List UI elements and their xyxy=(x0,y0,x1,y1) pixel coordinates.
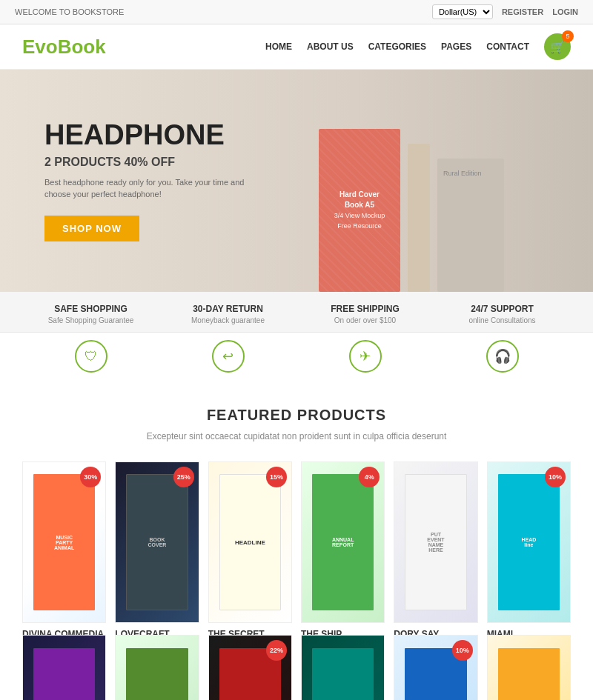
feature-safe-title: SAFE SHOPPING xyxy=(22,304,159,314)
feature-return-title: 30-DAY RETURN xyxy=(159,304,296,314)
thumb-divina: MUSICPARTYANIMAL xyxy=(33,474,95,610)
feature-shipping-desc: On oder over $100 xyxy=(296,316,434,324)
icon-return: ↩ xyxy=(212,340,245,373)
hero-title: HEADPHONE xyxy=(44,120,267,151)
main-nav: HOME ABOUT US CATEGORIES PAGES CONTACT 🛒… xyxy=(265,33,571,60)
icon-safe: 🛡 xyxy=(75,340,107,373)
thumb-rock: PUTEVENTNAMEHERE xyxy=(498,648,560,700)
feature-return-desc: Moneyback guarantee xyxy=(159,316,296,324)
nav-about[interactable]: ABOUT US xyxy=(307,41,354,52)
featured-desc: Excepteur sint occaecat cupidatat non pr… xyxy=(22,430,571,444)
logo-book: Book xyxy=(58,36,106,58)
product-secret-img: 15% HEADLINE xyxy=(208,461,292,623)
feature-icons-row: 🛡 ↩ ✈ 🎧 xyxy=(0,333,593,384)
badge-divina: 30% xyxy=(80,467,101,487)
feature-shipping: FREE SHIPPING On oder over $100 xyxy=(296,304,434,324)
product-rock-img: PUTEVENTNAMEHERE xyxy=(487,635,571,700)
products-row-1: 30% MUSICPARTYANIMAL DIVINA COMMEDIA Dan… xyxy=(22,461,571,623)
feature-safe: SAFE SHOPPING Safe Shopping Guarantee xyxy=(22,304,159,324)
login-link[interactable]: LOGIN xyxy=(552,7,578,16)
product-ship[interactable]: 4% ANNUALREPORT THE SHIP Berry Lice Comp… xyxy=(301,461,385,623)
shop-now-button[interactable]: SHOP NOW xyxy=(44,216,139,241)
featured-products-section: FEATURED PRODUCTS Excepteur sint occaeca… xyxy=(0,384,593,700)
nav-home[interactable]: HOME xyxy=(265,41,292,52)
book-back: Rural Edition xyxy=(437,159,504,292)
thumb-dory: PUTEVENTNAMEHERE xyxy=(405,474,466,610)
thumb-secret: HEADLINE xyxy=(219,474,282,610)
badge-ship: 4% xyxy=(359,467,380,487)
features-strip: SAFE SHOPPING Safe Shopping Guarantee 30… xyxy=(0,292,593,333)
hero-banner: HEADPHONE 2 PRODUCTS 40% OFF Best headph… xyxy=(0,70,593,292)
feature-support-title: 24/7 SUPPORT xyxy=(434,304,571,314)
product-lovecraft[interactable]: 25% BOOKCOVER LOVECRAFT H.P. Lovecraft B… xyxy=(115,461,199,623)
products-row-2: 2017 MY DAY Saan Doe Food $12.00 ANNUALR… xyxy=(22,635,571,700)
hero-desc: Best headphone ready only for you. Take … xyxy=(44,176,267,201)
product-miami1[interactable]: 10% HEADline MIAMI Jonh Doe Fiction $20.… xyxy=(487,461,571,623)
register-link[interactable]: REGISTER xyxy=(502,7,543,16)
cart-button[interactable]: 🛒 5 xyxy=(544,33,571,60)
badge-miami1: 10% xyxy=(545,467,566,487)
icon-shipping: ✈ xyxy=(349,340,382,373)
product-miami2-img: 22% ROCKFESTIVALBANDNAME xyxy=(208,635,292,700)
badge-miami2: 22% xyxy=(266,640,287,661)
nav-contact[interactable]: CONTACT xyxy=(486,41,529,52)
thumb-miami1: HEADline xyxy=(498,474,560,610)
product-dory-img: PUTEVENTNAMEHERE xyxy=(394,461,477,623)
product-tyson[interactable]: ANNUALREPORT TYSON Jonh Doe Art $16.80 xyxy=(115,635,199,700)
feature-safe-desc: Safe Shopping Guarantee xyxy=(22,316,159,324)
product-miami1-img: 10% HEADline xyxy=(487,461,571,623)
product-dory[interactable]: PUTEVENTNAMEHERE DORY SAY Berry Lice Cri… xyxy=(394,461,477,623)
product-lovecraft-img: 25% BOOKCOVER xyxy=(115,461,199,623)
product-myday-img: 2017 xyxy=(22,635,106,700)
product-secret[interactable]: 15% HEADLINE THE SECRET MaryLue Business… xyxy=(208,461,292,623)
hero-text: HEADPHONE 2 PRODUCTS 40% OFF Best headph… xyxy=(44,120,267,241)
product-rock[interactable]: PUTEVENTNAMEHERE ROCK Jonh Doe Romance $… xyxy=(487,635,571,700)
badge-secret: 15% xyxy=(266,467,287,487)
product-ship-img: 4% ANNUALREPORT xyxy=(301,461,385,623)
logo-evo: Evo xyxy=(22,36,58,58)
feature-support: 24/7 SUPPORT online Consultations xyxy=(434,304,571,324)
book-back-text: Rural Edition xyxy=(443,170,482,177)
thumb-ship: ANNUALREPORT xyxy=(312,474,374,610)
feature-support-desc: online Consultations xyxy=(434,316,571,324)
cart-badge: 5 xyxy=(562,30,574,42)
header: EvoBook HOME ABOUT US CATEGORIES PAGES C… xyxy=(0,24,593,70)
hero-subtitle: 2 PRODUCTS 40% OFF xyxy=(44,156,267,169)
thumb-mrsjohns: CHRISTMASPARTY xyxy=(312,648,374,700)
logo[interactable]: EvoBook xyxy=(22,36,106,59)
product-miami3[interactable]: 10% BOOK MIAMI Jonh Doe Religion $8.32 $… xyxy=(394,635,477,700)
top-bar: WELCOME TO BOOKSTORE Dollar(US) REGISTER… xyxy=(0,0,593,24)
book-spine xyxy=(408,144,430,292)
currency-select[interactable]: Dollar(US) xyxy=(432,4,493,19)
feature-return: 30-DAY RETURN Moneyback guarantee xyxy=(159,304,296,324)
hero-books: Hard CoverBook A53/4 View MockupFree Res… xyxy=(319,129,504,292)
welcome-text: WELCOME TO BOOKSTORE xyxy=(15,7,124,16)
product-miami2[interactable]: 22% ROCKFESTIVALBANDNAME MIAMI Jonh Doe … xyxy=(208,635,292,700)
product-mrsjohns[interactable]: CHRISTMASPARTY MRS JOHNS Jonh Doe Crime … xyxy=(301,635,385,700)
feature-shipping-title: FREE SHIPPING xyxy=(296,304,434,314)
badge-lovecraft: 25% xyxy=(173,467,194,487)
thumb-myday: 2017 xyxy=(33,648,95,700)
thumb-lovecraft: BOOKCOVER xyxy=(126,474,188,610)
product-tyson-img: ANNUALREPORT xyxy=(115,635,199,700)
icon-support: 🎧 xyxy=(486,340,519,373)
product-mrsjohns-img: CHRISTMASPARTY xyxy=(301,635,385,700)
badge-miami3: 10% xyxy=(452,640,473,661)
featured-title: FEATURED PRODUCTS xyxy=(22,407,571,424)
nav-pages[interactable]: PAGES xyxy=(441,41,471,52)
product-divina[interactable]: 30% MUSICPARTYANIMAL DIVINA COMMEDIA Dan… xyxy=(22,461,106,623)
thumb-tyson: ANNUALREPORT xyxy=(126,648,188,700)
nav-categories[interactable]: CATEGORIES xyxy=(368,41,426,52)
product-divina-img: 30% MUSICPARTYANIMAL xyxy=(22,461,106,623)
product-myday[interactable]: 2017 MY DAY Saan Doe Food $12.00 xyxy=(22,635,106,700)
top-bar-right: Dollar(US) REGISTER LOGIN xyxy=(432,4,578,19)
product-miami3-img: 10% BOOK xyxy=(394,635,477,700)
book-cover-main: Hard CoverBook A53/4 View MockupFree Res… xyxy=(319,129,400,292)
